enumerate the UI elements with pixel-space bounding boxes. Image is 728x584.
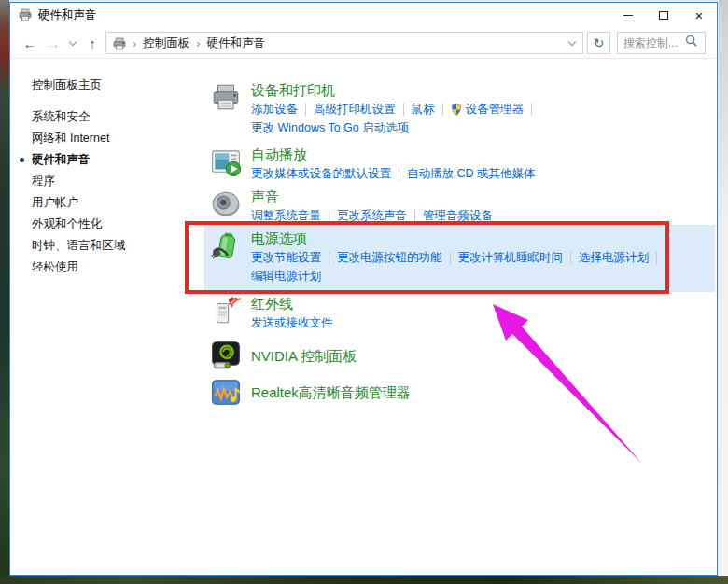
link-separator [414,210,415,222]
maximize-icon [659,11,668,20]
maximize-button[interactable] [646,3,681,27]
task-link[interactable]: 更改节能设置 [251,248,321,267]
task-link-label: 更改计算机睡眠时间 [458,248,564,267]
task-link[interactable]: 更改系统声音 [337,206,407,225]
infrared-icon[interactable] [210,295,242,327]
task-link-label: 添加设备 [251,100,298,118]
refresh-button[interactable]: ↻ [587,32,610,54]
section-realtek-audio-manager: Realtek高清晰音频管理器 [210,376,411,408]
title-bar: 硬件和声音 × [10,3,717,27]
sidebar-item-7[interactable]: 时钟、语言和区域 [32,235,200,257]
task-link-label: 更改电源按钮的功能 [337,248,442,267]
task-link[interactable]: 管理音频设备 [423,206,493,225]
breadcrumb-separator: › [196,36,200,50]
section-title-autoplay[interactable]: 自动播放 [251,146,307,163]
link-separator [570,252,571,264]
sidebar-item-label: 网络和 Internet [32,131,109,146]
section-title-infrared[interactable]: 红外线 [251,295,293,313]
sidebar-item-label: 时钟、语言和区域 [32,238,125,254]
sidebar-item-label: 系统和安全 [32,109,91,125]
navigation-bar: ← → ↑ › 控制面板 › 硬件和声音 ↻ [10,27,717,59]
task-link[interactable]: 更改电源按钮的功能 [337,248,442,267]
task-link[interactable]: 高级打印机设置 [314,100,396,118]
realtek-icon[interactable] [210,376,242,408]
section-title-realtek-audio-manager[interactable]: Realtek高清晰音频管理器 [251,383,411,401]
back-button[interactable]: ← [18,27,42,59]
desktop-edge-right [719,0,728,576]
sidebar-item-4[interactable]: 程序 [32,171,200,192]
link-separator [442,104,443,116]
section-title-power-options[interactable]: 电源选项 [251,229,307,247]
speaker-icon[interactable] [210,188,242,219]
battery-icon[interactable] [210,229,242,261]
breadcrumb-hardware-and-sound[interactable]: 硬件和声音 [207,35,266,51]
sidebar-item-label: 硬件和声音 [32,152,91,168]
link-separator [450,252,451,264]
section-autoplay: 自动播放更改媒体或设备的默认设置自动播放 CD 或其他媒体 [210,146,536,183]
uac-shield-icon [451,104,462,116]
section-sound: 声音调整系统音量更改系统声音管理音频设备 [210,188,493,225]
autoplay-icon[interactable] [210,146,242,177]
up-button[interactable]: ↑ [81,27,104,59]
minimize-icon [623,15,633,16]
breadcrumb-control-panel[interactable]: 控制面板 [143,35,189,51]
task-link-label: 更改媒体或设备的默认设置 [251,164,391,183]
control-panel-window: 硬件和声音 × ← → ↑ › 控制面板 › 硬件和声音 ↻ [9,2,718,576]
current-page-bullet-icon [20,158,24,162]
search-icon[interactable] [685,35,698,51]
printer-icon[interactable] [210,81,242,113]
task-link[interactable]: 更改 Windows To Go 启动选项 [251,118,409,137]
task-link[interactable]: 自动播放 CD 或其他媒体 [407,164,536,183]
task-link-label: 调整系统音量 [251,206,321,225]
task-link[interactable]: 调整系统音量 [251,206,321,225]
address-dropdown-icon[interactable] [568,38,576,46]
task-link[interactable]: 选择电源计划 [579,248,649,267]
task-link[interactable]: 添加设备 [251,100,298,118]
forward-button: → [42,27,64,59]
sidebar-item-8[interactable]: 轻松使用 [32,257,200,278]
section-title-sound[interactable]: 声音 [251,188,279,205]
task-link-label: 管理音频设备 [423,206,493,225]
sidebar-item-0[interactable]: 控制面板主页 [32,75,200,96]
sidebar-item-3[interactable]: 硬件和声音 [32,149,200,171]
task-link-label: 更改系统声音 [337,206,407,225]
task-link[interactable]: 鼠标 [412,100,435,118]
desktop-wallpaper-bottom [0,576,728,584]
search-box [617,32,706,54]
task-link-label: 设备管理器 [466,100,525,118]
link-separator [403,104,404,116]
task-link[interactable]: 设备管理器 [451,100,525,118]
task-link-label: 编辑电源计划 [251,267,321,285]
chevron-down-icon [69,37,77,45]
section-nvidia-control-panel: NVIDIA 控制面板 [210,340,357,371]
section-power-options: 电源选项更改节能设置更改电源按钮的功能更改计算机睡眠时间选择电源计划编辑电源计划 [210,229,665,285]
section-title-nvidia-control-panel[interactable]: NVIDIA 控制面板 [251,347,357,365]
address-root-icon [112,36,126,50]
sidebar-item-2[interactable]: 网络和 Internet [32,128,200,149]
link-separator [399,168,399,180]
sidebar-item-6[interactable]: 外观和个性化 [32,214,200,235]
task-link[interactable]: 更改媒体或设备的默认设置 [251,164,391,183]
desktop-wallpaper-left [0,0,9,584]
sidebar-item-5[interactable]: 用户帐户 [32,192,200,214]
section-title-devices-and-printers[interactable]: 设备和打印机 [251,81,335,99]
sidebar-item-label: 轻松使用 [32,259,78,275]
search-input[interactable] [623,36,685,49]
sidebar-item-label: 控制面板主页 [32,77,102,93]
task-link[interactable]: 发送或接收文件 [251,313,333,332]
section-devices-and-printers: 设备和打印机添加设备高级打印机设置鼠标 设备管理器更改 Windows To G… [210,81,539,137]
task-link-label: 自动播放 CD 或其他媒体 [407,164,536,183]
task-link[interactable]: 编辑电源计划 [251,267,321,285]
hardware-and-sound-icon [18,7,33,22]
sidebar: 控制面板主页系统和安全网络和 Internet硬件和声音程序用户帐户外观和个性化… [32,75,200,278]
recent-pages-dropdown[interactable] [66,27,79,59]
link-separator [329,210,329,222]
nvidia-icon[interactable] [210,340,242,371]
close-button[interactable]: × [681,3,717,27]
address-bar[interactable]: › 控制面板 › 硬件和声音 [105,32,583,54]
task-link[interactable]: 更改计算机睡眠时间 [458,248,564,267]
sidebar-items: 控制面板主页系统和安全网络和 Internet硬件和声音程序用户帐户外观和个性化… [32,75,200,278]
sidebar-item-label: 用户帐户 [32,195,78,211]
minimize-button[interactable] [610,3,646,27]
sidebar-item-1[interactable]: 系统和安全 [32,106,200,128]
